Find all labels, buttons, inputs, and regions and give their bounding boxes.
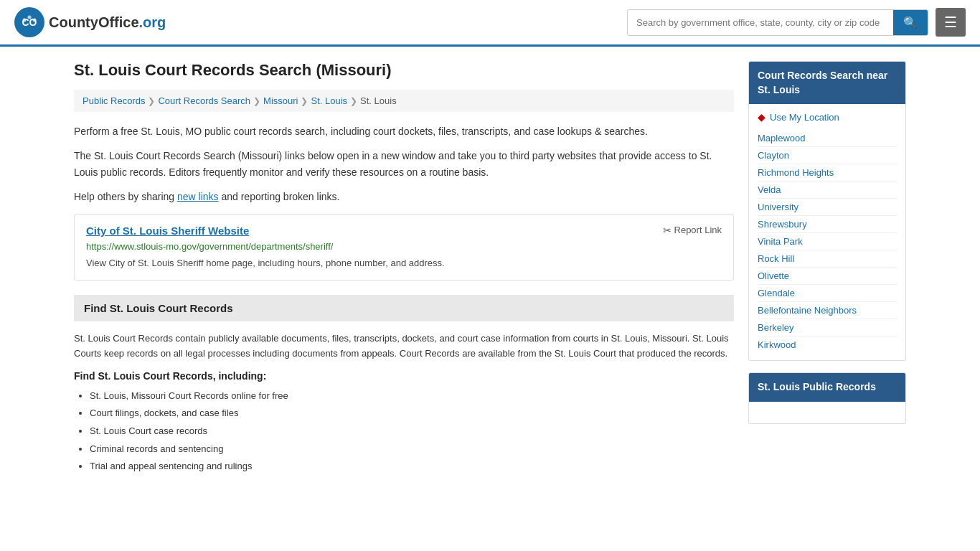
description-3: Help others by sharing new links and rep… [74,189,734,204]
sidebar-nearby-link[interactable]: Richmond Heights [758,164,897,182]
section-header: Find St. Louis Court Records [74,295,734,321]
list-item: St. Louis Court case records [90,423,734,441]
breadcrumb: Public Records ❯ Court Records Search ❯ … [74,90,734,112]
sidebar-public-records-title: St. Louis Public Records [749,373,905,402]
sidebar-nearby-title: Court Records Search near St. Louis [749,62,905,104]
scissors-icon: ✂ [663,225,672,236]
sidebar-nearby-link[interactable]: Velda [758,182,897,199]
list-item: Trial and appeal sentencing and rulings [90,458,734,476]
use-my-location-button[interactable]: ◆ Use My Location [758,111,839,123]
breadcrumb-sep-2: ❯ [253,96,260,106]
site-header: CO CountyOffice.org 🔍 ☰ [0,0,980,47]
breadcrumb-sep-4: ❯ [350,96,357,106]
sidebar-nearby-link[interactable]: Vinita Park [758,233,897,250]
location-pin-icon: ◆ [758,111,765,123]
header-right: 🔍 ☰ [627,8,966,37]
description-1: Perform a free St. Louis, MO public cour… [74,123,734,139]
main-wrapper: St. Louis Court Records Search (Missouri… [60,47,920,490]
breadcrumb-missouri[interactable]: Missouri [263,95,298,106]
breadcrumb-court-records[interactable]: Court Records Search [158,95,250,106]
page-title: St. Louis Court Records Search (Missouri… [74,61,734,80]
sidebar-nearby-link[interactable]: Maplewood [758,130,897,147]
link-card: City of St. Louis Sheriff Website ✂ Repo… [74,214,734,281]
sidebar-public-records-box: St. Louis Public Records [748,372,906,424]
breadcrumb-sep-3: ❯ [301,96,308,106]
sidebar-nearby-link[interactable]: Olivette [758,268,897,285]
breadcrumb-current: St. Louis [360,95,397,106]
description-2: The St. Louis Court Records Search (Miss… [74,148,734,180]
breadcrumb-public-records[interactable]: Public Records [83,95,145,106]
sidebar-nearby-link[interactable]: University [758,199,897,216]
logo-area[interactable]: CO CountyOffice.org [14,7,166,37]
sidebar-nearby-link[interactable]: Shrewsbury [758,216,897,233]
search-button[interactable]: 🔍 [893,10,928,35]
list-item: Court filings, dockets, and case files [90,405,734,423]
court-records-text: St. Louis Court Records contain publicly… [74,331,734,362]
use-my-location-label: Use My Location [770,112,839,123]
list-item: Criminal records and sentencing [90,441,734,458]
sidebar-nearby-content: ◆ Use My Location MaplewoodClaytonRichmo… [749,104,905,360]
court-records-subheading: Find St. Louis Court Records, including: [74,370,734,382]
desc3-suffix: and reporting broken links. [219,191,340,202]
sidebar-nearby-links: MaplewoodClaytonRichmond HeightsVeldaUni… [758,130,897,353]
new-links-link[interactable]: new links [177,191,219,202]
content-area: St. Louis Court Records Search (Missouri… [74,61,734,476]
court-records-section: Find St. Louis Court Records St. Louis C… [74,295,734,476]
search-bar: 🔍 [627,9,928,36]
sidebar-nearby-link[interactable]: Bellefontaine Neighbors [758,302,897,319]
report-link-button[interactable]: ✂ Report Link [663,225,722,236]
link-card-url[interactable]: https://www.stlouis-mo.gov/government/de… [86,241,722,252]
list-item: St. Louis, Missouri Court Records online… [90,387,734,405]
search-icon: 🔍 [903,17,918,29]
court-records-list: St. Louis, Missouri Court Records online… [74,387,734,476]
sidebar-public-records-content [749,402,905,423]
link-card-title[interactable]: City of St. Louis Sheriff Website [86,225,249,237]
sidebar-nearby-link[interactable]: Kirkwood [758,336,897,353]
svg-point-2 [23,19,27,22]
sidebar-nearby-link[interactable]: Glendale [758,285,897,302]
breadcrumb-sep-1: ❯ [148,96,155,106]
report-link-label: Report Link [674,225,722,235]
sidebar-nearby-link[interactable]: Clayton [758,147,897,164]
sidebar-nearby-box: Court Records Search near St. Louis ◆ Us… [748,61,906,361]
sidebar-nearby-link[interactable]: Berkeley [758,319,897,336]
logo-icon: CO [14,7,44,37]
logo-text: CountyOffice.org [49,14,166,31]
sidebar: Court Records Search near St. Louis ◆ Us… [748,61,906,476]
svg-point-3 [33,19,37,22]
breadcrumb-st-louis-county[interactable]: St. Louis [311,95,347,106]
desc3-prefix: Help others by sharing [74,191,177,202]
link-card-header: City of St. Louis Sheriff Website ✂ Repo… [86,225,722,237]
sidebar-nearby-link[interactable]: Rock Hill [758,250,897,268]
menu-button[interactable]: ☰ [936,8,966,37]
link-card-description: View City of St. Louis Sheriff home page… [86,256,722,270]
search-input[interactable] [628,11,893,34]
svg-point-4 [28,16,32,19]
hamburger-icon: ☰ [944,14,957,30]
